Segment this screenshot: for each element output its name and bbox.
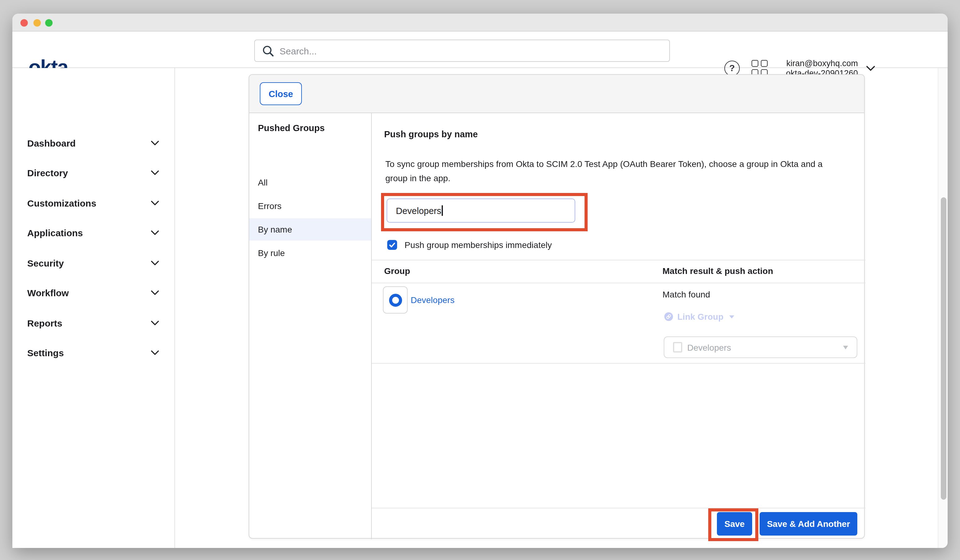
sidebar: Dashboard Directory Customizations Appli…: [12, 68, 175, 548]
chevron-down-icon: [151, 140, 159, 146]
column-header-match: Match result & push action: [662, 266, 773, 276]
close-button[interactable]: Close: [260, 82, 302, 105]
link-group-button[interactable]: Link Group: [664, 312, 734, 322]
search-icon: [262, 45, 274, 57]
group-placeholder-icon: [673, 342, 682, 352]
subnav-title: Pushed Groups: [258, 123, 325, 133]
save-button[interactable]: Save: [717, 512, 752, 536]
table-top-border: [372, 260, 866, 260]
sidebar-item-settings[interactable]: Settings: [12, 342, 175, 363]
pushed-groups-subnav: Pushed Groups All Errors By name By rule: [249, 113, 372, 539]
match-status: Match found: [662, 290, 710, 299]
sidebar-item-label: Settings: [27, 347, 64, 358]
sidebar-item-label: Security: [27, 258, 64, 268]
description-line: group in the app.: [386, 171, 823, 186]
push-immediately-row: Push group memberships immediately: [387, 240, 552, 250]
footer-border: [372, 508, 866, 508]
grid-square: [761, 60, 768, 67]
sidebar-item-applications[interactable]: Applications: [12, 222, 175, 243]
sidebar-item-security[interactable]: Security: [12, 252, 175, 274]
sidebar-item-label: Customizations: [27, 198, 96, 208]
push-groups-dialog: Close Pushed Groups All Errors By name B…: [249, 74, 865, 539]
window-minimize-button[interactable]: [34, 19, 41, 26]
text-cursor: [442, 205, 443, 216]
sidebar-item-label: Directory: [27, 168, 68, 178]
sidebar-item-workflow[interactable]: Workflow: [12, 282, 175, 303]
group-link[interactable]: Developers: [411, 295, 454, 305]
scrollbar-thumb[interactable]: [941, 197, 946, 500]
window-zoom-button[interactable]: [45, 19, 53, 26]
chevron-down-icon: [151, 170, 159, 176]
sidebar-item-label: Workflow: [27, 288, 69, 298]
column-header-group: Group: [384, 266, 410, 276]
checkmark-icon: [389, 241, 396, 249]
group-name-input-value: Developers: [396, 206, 442, 216]
scrollbar[interactable]: [938, 68, 948, 548]
panel-description: To sync group memberships from Okta to S…: [386, 157, 823, 186]
account-email: kiran@boxyhq.com: [786, 59, 858, 69]
chevron-down-icon: [151, 200, 159, 206]
chevron-down-icon: [866, 66, 875, 72]
table-header-border: [372, 283, 866, 283]
sidebar-item-label: Applications: [27, 227, 83, 238]
caret-down-icon: [729, 315, 734, 318]
target-group-value: Developers: [687, 342, 843, 352]
push-by-name-panel: Push groups by name To sync group member…: [372, 113, 866, 539]
browser-window: okta Search... ? kiran@boxyhq.com okta-d…: [12, 14, 948, 548]
sidebar-item-label: Reports: [27, 318, 62, 328]
push-immediately-label: Push group memberships immediately: [405, 240, 552, 250]
desktop: okta Search... ? kiran@boxyhq.com okta-d…: [0, 0, 960, 560]
link-group-label: Link Group: [677, 312, 723, 322]
subnav-item-by-name[interactable]: By name: [249, 218, 371, 241]
chevron-down-icon: [151, 260, 159, 266]
chevron-down-icon: [151, 320, 159, 326]
apps-grid-icon[interactable]: [752, 60, 768, 76]
save-add-another-button[interactable]: Save & Add Another: [760, 512, 857, 536]
dialog-toolbar: Close: [249, 75, 864, 113]
window-titlebar: [12, 14, 948, 32]
push-immediately-checkbox[interactable]: [387, 240, 397, 250]
chevron-down-icon: [151, 350, 159, 355]
window-close-button[interactable]: [21, 19, 28, 26]
sidebar-item-reports[interactable]: Reports: [12, 312, 175, 333]
panel-title: Push groups by name: [384, 129, 478, 139]
subnav-item-errors[interactable]: Errors: [249, 195, 371, 217]
help-icon[interactable]: ?: [724, 61, 740, 76]
link-icon: [664, 312, 673, 321]
subnav-item-all[interactable]: All: [249, 171, 371, 194]
target-group-select[interactable]: Developers: [664, 336, 857, 358]
subnav-item-by-rule[interactable]: By rule: [249, 242, 371, 264]
table-row-border: [372, 363, 866, 364]
group-name-input[interactable]: Developers: [387, 198, 575, 222]
sidebar-item-dashboard[interactable]: Dashboard: [12, 132, 175, 154]
search-placeholder: Search...: [280, 45, 317, 56]
grid-square: [752, 60, 758, 67]
sidebar-item-customizations[interactable]: Customizations: [12, 192, 175, 213]
chevron-down-icon: [151, 290, 159, 296]
chevron-down-icon: [151, 230, 159, 236]
description-line: To sync group memberships from Okta to S…: [386, 157, 823, 171]
app-header: okta Search... ? kiran@boxyhq.com okta-d…: [12, 32, 948, 68]
search-box[interactable]: Search...: [254, 40, 670, 62]
sidebar-item-directory[interactable]: Directory: [12, 162, 175, 183]
caret-down-icon: [843, 346, 848, 349]
group-icon: [389, 293, 402, 306]
group-icon-card: [383, 286, 408, 314]
sidebar-item-label: Dashboard: [27, 138, 76, 148]
